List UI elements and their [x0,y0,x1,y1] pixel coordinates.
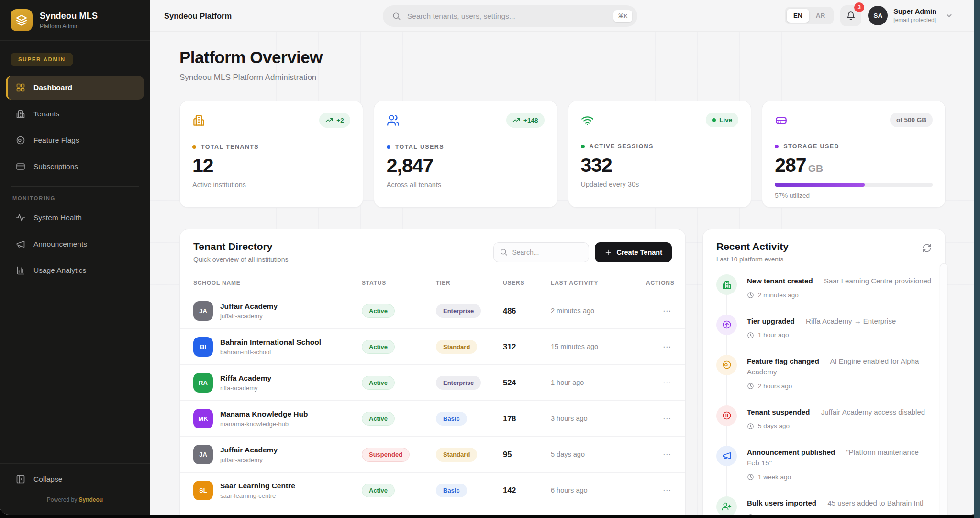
page-scrollbar-thumb[interactable] [940,263,947,515]
role-badge-wrap: SUPER ADMIN [11,53,139,66]
user-menu[interactable]: SA Super Admin [email protected] [868,6,953,25]
clock-icon [747,332,754,339]
main-area: Syndeou Platform ⌘K EN AR 3 SA S [150,0,980,515]
clock-icon [747,423,754,430]
arrow-up-circle-icon [722,320,732,329]
activity-title: New tenant created [747,277,813,285]
activity-time: 5 days ago [758,421,790,431]
create-tenant-button[interactable]: Create Tenant [595,242,672,262]
activity-time: 2 hours ago [758,382,792,391]
user-plus-icon [722,502,732,511]
powered-by: Powered by Syndeou [0,489,150,515]
tenant-slug: juffair-academy [220,456,278,463]
browser-scrollbar[interactable] [974,0,980,518]
stat-label: ACTIVE SESSIONS [590,143,654,150]
trend-value: +148 [523,117,538,124]
page-subtitle: Syndeou MLS Platform Administration [179,73,946,82]
activity-title: Tier upgraded [747,317,795,325]
table-footer: Showing 6 of 12 tenants View All Tenants… [180,508,685,515]
lang-ar-button[interactable]: AR [809,9,832,23]
sidebar-item-system-health[interactable]: System Health [6,206,144,230]
storage-unit: GB [808,163,824,174]
topbar-title: Syndeou Platform [164,11,232,20]
tier-badge: Basic [436,484,467,497]
live-badge: Live [706,113,738,127]
sidebar-section-label: MONITORING [12,195,150,201]
refresh-icon[interactable] [922,243,932,253]
collapse-button[interactable]: Collapse [0,463,150,489]
table-row[interactable]: SL Saar Learning Centre saar-learning-ce… [180,473,685,508]
tenant-search[interactable] [493,242,589,262]
sidebar-item-label: Feature Flags [33,136,79,145]
activity-title: Feature flag changed [747,357,819,365]
storage-progress-fill [775,183,865,187]
row-actions-button[interactable]: ⋯ [646,342,672,352]
row-actions-button[interactable]: ⋯ [646,450,672,460]
language-toggle[interactable]: EN AR [785,7,834,24]
wifi-icon [581,114,594,127]
activity-time: 2 minutes ago [758,291,799,300]
activity-icon-circle [716,496,737,515]
search-shortcut-hint: ⌘K [613,10,632,22]
label-dot [387,145,390,149]
tenant-name: Bahrain International School [220,338,321,347]
panels-row: Tenant Directory Quick overview of all i… [179,229,946,515]
avatar: SA [868,6,888,25]
row-actions-button[interactable]: ⋯ [646,306,672,316]
stat-label: STORAGE USED [783,143,839,150]
global-search[interactable]: ⌘K [383,5,637,27]
stat-label: TOTAL TENANTS [201,144,259,150]
sidebar-item-feature-flags[interactable]: Feature Flags [6,128,144,152]
recent-activity-subtitle: Last 10 platform events [716,256,789,263]
tenant-name: Juffair Academy [220,446,278,454]
global-search-input[interactable] [407,12,607,21]
table-row[interactable]: BI Bahrain International School bahrain-… [180,329,685,365]
sidebar-item-tenants[interactable]: Tenants [6,102,144,126]
activity-item: Announcement published — "Platform maint… [716,446,933,482]
row-actions-button[interactable]: ⋯ [646,378,672,388]
sidebar-item-subscriptions[interactable]: Subscriptions [6,155,144,179]
logo-text: Syndeou MLS Platform Admin [40,11,98,30]
notifications-button[interactable]: 3 [840,5,861,26]
building-icon [192,114,205,127]
activity-item: Feature flag changed — AI Engine enabled… [716,355,933,391]
activity-icon-circle [716,274,737,295]
grid-icon [16,83,25,92]
tenant-users-count: 95 [503,450,551,459]
building-icon [722,280,732,290]
trending-up-icon [512,116,520,124]
storage-value: 287 [775,154,806,176]
stat-sub: Updated every 30s [581,180,739,188]
activity-item: New tenant created — Saar Learning Centr… [716,274,933,300]
tenant-avatar: BI [193,337,213,357]
megaphone-icon [722,451,732,461]
tenant-slug: juffair-academy [220,313,278,320]
tenant-search-input[interactable] [512,248,583,256]
trend-badge: +2 [319,113,350,128]
table-row[interactable]: JA Juffair Academy juffair-academy Activ… [180,293,685,329]
tenant-directory-subtitle: Quick overview of all institutions [193,256,288,263]
row-actions-button[interactable]: ⋯ [646,414,672,424]
table-row[interactable]: JA Juffair Academy juffair-academy Suspe… [180,437,685,473]
label-dot [192,145,196,149]
tenant-directory-panel: Tenant Directory Quick overview of all i… [179,229,686,515]
table-row[interactable]: MK Manama Knowledge Hub manama-knowledge… [180,401,685,437]
sidebar-item-announcements[interactable]: Announcements [6,232,144,256]
table-row[interactable]: RA Riffa Academy riffa-academy Active En… [180,365,685,401]
lang-en-button[interactable]: EN [787,9,809,23]
col-status: STATUS [362,280,436,286]
row-actions-button[interactable]: ⋯ [646,485,672,495]
sidebar-item-label: System Health [33,214,82,222]
tenant-name: Saar Learning Centre [220,482,295,490]
recent-activity-heading: Recent Activity Last 10 platform events [716,241,789,263]
tenant-users-count: 524 [503,378,551,387]
clock-icon [747,473,754,481]
tenant-users-count: 142 [503,486,551,495]
activity-icon [16,213,25,223]
stat-value: 332 [581,154,739,177]
stat-sub: Across all tenants [387,181,545,189]
sidebar-item-usage-analytics[interactable]: Usage Analytics [6,259,144,282]
sidebar-item-dashboard[interactable]: Dashboard [6,76,144,100]
activity-title: Tenant suspended [747,408,810,416]
tier-badge: Basic [436,412,467,426]
